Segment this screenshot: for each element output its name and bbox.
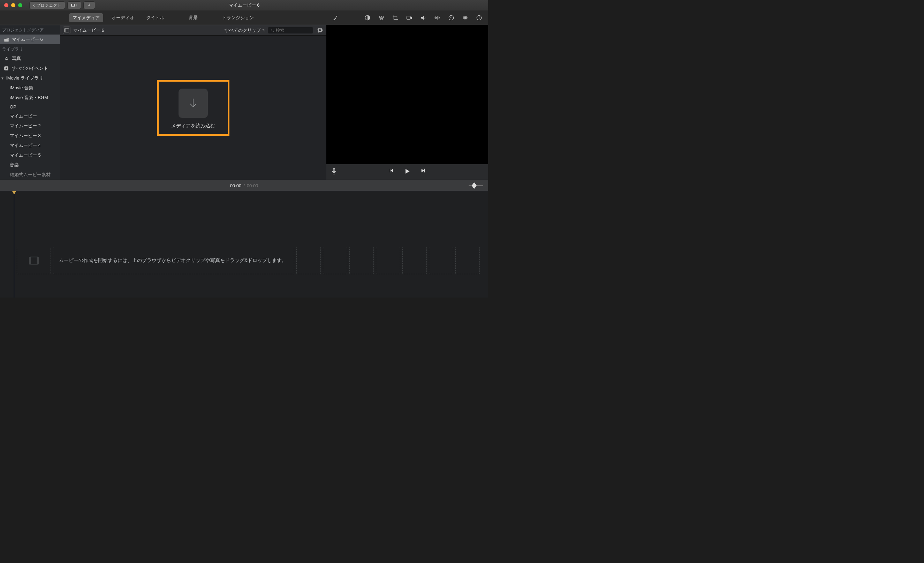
color-correction-icon[interactable]: [378, 14, 385, 21]
sidebar-item-event[interactable]: マイムービー 3: [0, 131, 60, 141]
svg-rect-17: [64, 28, 66, 32]
color-balance-icon[interactable]: [364, 14, 371, 21]
minimize-window-button[interactable]: [11, 3, 15, 8]
sidebar-item-event[interactable]: マイムービー 2: [0, 121, 60, 131]
zoom-window-button[interactable]: [18, 3, 22, 8]
tab-transitions[interactable]: トランジション: [219, 13, 257, 23]
sidebar-toggle-icon: [64, 28, 69, 32]
tab-audio[interactable]: オーディオ: [108, 13, 138, 23]
video-preview[interactable]: [326, 25, 488, 164]
timeline-drop-slot[interactable]: [296, 247, 321, 274]
timecode-total: 00:00: [247, 183, 258, 188]
sidebar-all-events-label: すべてのイベント: [12, 65, 48, 72]
filmstrip-icon: [29, 257, 39, 265]
play-button[interactable]: [404, 168, 411, 176]
svg-rect-13: [479, 17, 479, 19]
noise-equalizer-icon[interactable]: [434, 14, 441, 21]
import-arrow-button[interactable]: [83, 2, 95, 9]
music-note-icon: ♪: [75, 3, 77, 8]
zoom-track[interactable]: [469, 185, 483, 186]
sidebar-item-event[interactable]: 結婚式ムービー素材: [0, 170, 60, 180]
sidebar-item-event[interactable]: マイムービー 4: [0, 141, 60, 150]
go-to-end-button[interactable]: [420, 168, 426, 176]
sidebar-project-label: マイムービー 6: [12, 36, 43, 42]
timeline-drop-slot[interactable]: [17, 247, 51, 274]
sidebar-item-imovie-library[interactable]: ▼ iMovie ライブラリ: [0, 73, 60, 83]
search-input[interactable]: [276, 28, 310, 33]
clapperboard-icon: [3, 38, 9, 42]
close-window-button[interactable]: [4, 3, 8, 8]
sidebar-imovie-library-label: iMovie ライブラリ: [6, 75, 43, 81]
volume-icon[interactable]: [420, 14, 427, 21]
svg-point-18: [271, 29, 273, 31]
sidebar-item-current-project[interactable]: マイムービー 6: [0, 35, 60, 44]
info-icon[interactable]: [476, 14, 483, 21]
sidebar-item-event[interactable]: iMovie 音楽: [0, 83, 60, 93]
timeline-drop-row: ムービーの作成を開始するには、上のブラウザからビデオクリップや写真をドラッグ&ド…: [17, 247, 483, 274]
timeline-zoom-slider[interactable]: [469, 185, 483, 186]
tab-mymedia[interactable]: マイメディア: [69, 13, 103, 23]
window-title: マイムービー 6: [229, 2, 260, 8]
timeline-drop-slot[interactable]: [429, 247, 453, 274]
svg-rect-1: [71, 4, 72, 7]
import-highlight-frame: メディアを読み込む: [157, 80, 230, 136]
enhance-wand-icon[interactable]: [332, 14, 339, 21]
microphone-icon: [331, 168, 337, 175]
go-to-start-button[interactable]: [388, 168, 394, 176]
timeline-drop-slot[interactable]: [350, 247, 374, 274]
crop-icon[interactable]: [392, 14, 399, 21]
toggle-sidebar-button[interactable]: [63, 27, 70, 34]
window-title-bar: ‹ プロジェクト ♪ マイムービー 6: [0, 0, 488, 11]
disclosure-triangle-icon[interactable]: ▼: [1, 77, 4, 80]
timeline[interactable]: ムービーの作成を開始するには、上のブラウザからビデオクリップや写真をドラッグ&ド…: [0, 191, 488, 297]
playhead[interactable]: [14, 191, 14, 297]
back-to-projects-button[interactable]: ‹ プロジェクト: [29, 2, 65, 9]
clip-filter-label: すべてのクリップ: [225, 27, 261, 33]
sidebar-section-project: プロジェクトメディア: [0, 25, 60, 35]
sidebar-item-photos[interactable]: ✲ 写真: [0, 54, 60, 63]
timecode-separator: /: [243, 183, 245, 188]
star-icon: [3, 66, 9, 71]
sidebar-item-event[interactable]: OP: [0, 102, 60, 111]
search-field[interactable]: [268, 27, 313, 33]
clip-filter-icon[interactable]: [462, 14, 469, 21]
svg-rect-19: [333, 168, 335, 171]
tab-titles[interactable]: タイトル: [142, 13, 168, 23]
tab-backgrounds[interactable]: 背景: [185, 13, 201, 23]
clip-filter-dropdown[interactable]: すべてのクリップ ⇅: [225, 27, 265, 33]
gear-icon: [317, 27, 323, 33]
back-label: プロジェクト: [36, 3, 62, 8]
svg-rect-7: [407, 16, 411, 19]
speed-icon[interactable]: [448, 14, 454, 21]
zoom-thumb[interactable]: [472, 182, 477, 189]
sidebar-item-event[interactable]: マイムービー: [0, 111, 60, 121]
sidebar-item-event[interactable]: iMovie 音楽・BGM: [0, 93, 60, 102]
skip-back-icon: [388, 168, 394, 173]
timeline-hint-text: ムービーの作成を開始するには、上のブラウザからビデオクリップや写真をドラッグ&ド…: [59, 257, 286, 264]
import-media-label: メディアを読み込む: [171, 123, 215, 129]
sidebar-item-event[interactable]: 音楽: [0, 160, 60, 170]
media-browser: マイムービー 6 すべてのクリップ ⇅ メディアを読み込む: [60, 25, 326, 180]
svg-rect-14: [4, 39, 9, 41]
stabilization-icon[interactable]: [406, 14, 413, 21]
svg-rect-2: [74, 4, 75, 7]
media-import-button[interactable]: ♪: [67, 2, 81, 9]
search-icon: [271, 28, 274, 32]
transport-bar: [326, 164, 488, 180]
timeline-hint-slot[interactable]: ムービーの作成を開始するには、上のブラウザからビデオクリップや写真をドラッグ&ド…: [53, 247, 294, 274]
play-icon: [404, 168, 411, 175]
sidebar-photos-label: 写真: [12, 56, 21, 62]
media-tabstrip: マイメディア オーディオ タイトル 背景 トランジション: [0, 11, 488, 25]
timeline-drop-slot[interactable]: [402, 247, 427, 274]
timeline-drop-slot[interactable]: [376, 247, 400, 274]
sidebar-item-all-events[interactable]: すべてのイベント: [0, 63, 60, 73]
timeline-drop-slot[interactable]: [455, 247, 480, 274]
svg-point-10: [465, 16, 468, 19]
voiceover-button[interactable]: [331, 168, 337, 176]
sidebar-item-event[interactable]: マイムービー 5: [0, 150, 60, 160]
browser-header: マイムービー 6 すべてのクリップ ⇅: [60, 25, 326, 36]
import-media-button[interactable]: [178, 89, 208, 118]
download-arrow-icon: [87, 3, 92, 8]
browser-settings-button[interactable]: [316, 27, 324, 34]
timeline-drop-slot[interactable]: [323, 247, 347, 274]
